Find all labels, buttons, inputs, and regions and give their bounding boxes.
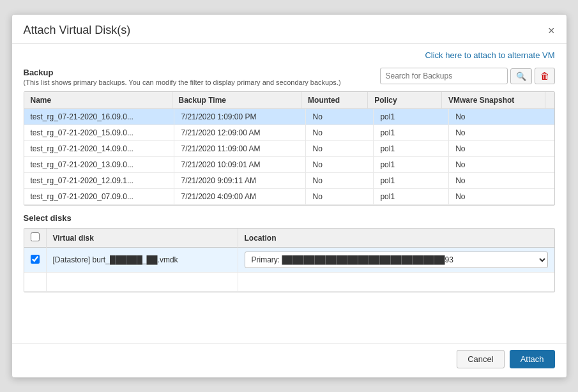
backup-policy: pol1 <box>374 157 449 173</box>
backup-policy: pol1 <box>374 141 449 157</box>
backup-time: 7/21/2020 11:09:00 AM <box>174 141 306 157</box>
attach-virtual-disks-dialog: Attach Virtual Disk(s) × Click here to a… <box>11 14 567 378</box>
backup-table-wrapper: Name Backup Time Mounted Policy VMware S… <box>24 91 555 206</box>
disks-table-head: Virtual disk Location <box>24 229 554 248</box>
attach-button[interactable]: Attach <box>510 350 555 368</box>
table-row[interactable]: test_rg_07-21-2020_07.09.0... 7/21/2020 … <box>24 189 554 205</box>
disk-checkbox-cell[interactable] <box>24 248 47 273</box>
col-header-backup-time: Backup Time <box>172 92 301 109</box>
backup-time: 7/21/2020 12:09:00 AM <box>174 125 306 141</box>
disk-location[interactable]: Primary: ██████████████████████████████9… <box>238 248 554 273</box>
backup-name: test_rg_07-21-2020_13.09.0... <box>24 157 174 173</box>
table-row <box>24 273 554 292</box>
backup-mounted: No <box>306 189 374 205</box>
empty-checkbox <box>24 273 47 292</box>
col-header-name: Name <box>24 92 172 109</box>
col-header-policy: Policy <box>368 92 442 109</box>
search-icon: 🔍 <box>516 72 526 81</box>
backup-vmware: No <box>449 125 554 141</box>
backup-name: test_rg_07-21-2020_07.09.0... <box>24 189 174 205</box>
table-row[interactable]: test_rg_07-21-2020_15.09.0... 7/21/2020 … <box>24 125 554 141</box>
backup-search-area: 🔍 🗑 <box>380 68 555 84</box>
backup-time: 7/21/2020 1:09:00 PM <box>174 109 306 125</box>
backup-time: 7/21/2020 10:09:01 AM <box>174 157 306 173</box>
backup-mounted: No <box>306 125 374 141</box>
filter-icon: 🗑 <box>540 71 549 81</box>
filter-button[interactable]: 🗑 <box>535 68 555 84</box>
backup-policy: pol1 <box>374 173 449 189</box>
backup-name: test_rg_07-21-2020_15.09.0... <box>24 125 174 141</box>
col-header-location: Location <box>238 229 554 248</box>
location-select[interactable]: Primary: ██████████████████████████████9… <box>245 252 548 268</box>
select-all-checkbox[interactable] <box>31 232 40 241</box>
backup-section-header: Backup (This list shows primary backups.… <box>24 68 555 86</box>
backup-name: test_rg_07-21-2020_12.09.1... <box>24 173 174 189</box>
table-row: [Datastore] burt_██████_██.vmdk Primary:… <box>24 248 554 273</box>
backup-table-body-table: test_rg_07-21-2020_16.09.0... 7/21/2020 … <box>24 109 554 205</box>
backup-mounted: No <box>306 141 374 157</box>
dialog-title: Attach Virtual Disk(s) <box>24 24 131 37</box>
backup-vmware: No <box>449 189 554 205</box>
backup-name: test_rg_07-21-2020_16.09.0... <box>24 109 174 125</box>
backup-mounted: No <box>306 157 374 173</box>
dialog-footer: Cancel Attach <box>12 343 567 377</box>
empty-location <box>238 273 554 292</box>
table-row[interactable]: test_rg_07-21-2020_12.09.1... 7/21/2020 … <box>24 173 554 189</box>
disks-table: Virtual disk Location [Datastore] burt_█… <box>24 229 554 292</box>
col-header-vmware: VMware Snapshot <box>442 92 545 109</box>
backup-policy: pol1 <box>374 125 449 141</box>
disks-table-wrapper: Virtual disk Location [Datastore] burt_█… <box>24 228 555 292</box>
disk-virtual-disk: [Datastore] burt_██████_██.vmdk <box>46 248 238 273</box>
col-header-checkbox <box>24 229 47 248</box>
disks-table-body: [Datastore] burt_██████_██.vmdk Primary:… <box>24 248 554 292</box>
backup-time: 7/21/2020 9:09:11 AM <box>174 173 306 189</box>
backup-time: 7/21/2020 4:09:00 AM <box>174 189 306 205</box>
search-input[interactable] <box>380 68 508 84</box>
backup-table-head: Name Backup Time Mounted Policy VMware S… <box>24 92 554 109</box>
backup-section-label: Backup <box>24 68 341 77</box>
disk-checkbox[interactable] <box>31 255 40 264</box>
backup-table: Name Backup Time Mounted Policy VMware S… <box>24 92 554 109</box>
backup-vmware: No <box>449 157 554 173</box>
dialog-body: Click here to attach to alternate VM Bac… <box>12 44 567 338</box>
col-header-virtual-disk: Virtual disk <box>46 229 238 248</box>
backup-name: test_rg_07-21-2020_14.09.0... <box>24 141 174 157</box>
backup-table-scroll[interactable]: test_rg_07-21-2020_16.09.0... 7/21/2020 … <box>24 109 554 205</box>
backup-mounted: No <box>306 173 374 189</box>
select-disks-label: Select disks <box>24 213 555 223</box>
backup-vmware: No <box>449 109 554 125</box>
table-row[interactable]: test_rg_07-21-2020_16.09.0... 7/21/2020 … <box>24 109 554 125</box>
backup-vmware: No <box>449 141 554 157</box>
cancel-button[interactable]: Cancel <box>457 350 504 368</box>
close-button[interactable]: × <box>548 25 555 36</box>
scroll-spacer <box>545 92 554 109</box>
table-row[interactable]: test_rg_07-21-2020_13.09.0... 7/21/2020 … <box>24 157 554 173</box>
backup-table-body: test_rg_07-21-2020_16.09.0... 7/21/2020 … <box>24 109 554 205</box>
backup-mounted: No <box>306 109 374 125</box>
backup-section-subtitle: (This list shows primary backups. You ca… <box>24 79 341 86</box>
backup-policy: pol1 <box>374 109 449 125</box>
table-row[interactable]: test_rg_07-21-2020_14.09.0... 7/21/2020 … <box>24 141 554 157</box>
backup-policy: pol1 <box>374 189 449 205</box>
backup-vmware: No <box>449 173 554 189</box>
alt-vm-link[interactable]: Click here to attach to alternate VM <box>425 50 554 60</box>
col-header-mounted: Mounted <box>301 92 368 109</box>
empty-disk <box>46 273 238 292</box>
search-button[interactable]: 🔍 <box>510 68 532 84</box>
dialog-header: Attach Virtual Disk(s) × <box>12 15 567 44</box>
